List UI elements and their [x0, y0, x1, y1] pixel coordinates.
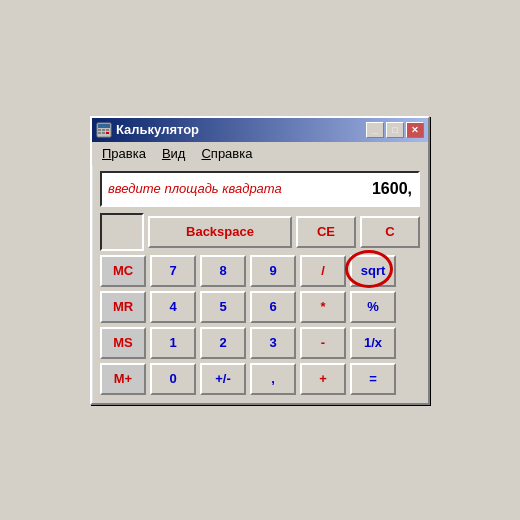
calculator-window: Калькулятор _ □ ✕ Правка Вид Справка вве… — [90, 116, 430, 405]
ms-button[interactable]: MS — [100, 327, 146, 359]
divide-button[interactable]: / — [300, 255, 346, 287]
four-button[interactable]: 4 — [150, 291, 196, 323]
menu-item-vid[interactable]: Вид — [156, 144, 192, 163]
three-button[interactable]: 3 — [250, 327, 296, 359]
window-title: Калькулятор — [116, 122, 199, 137]
multiply-button[interactable]: * — [300, 291, 346, 323]
plus-button[interactable]: + — [300, 363, 346, 395]
button-row-4: M+ 0 +/- , + = — [100, 363, 420, 395]
mplus-button[interactable]: M+ — [100, 363, 146, 395]
seven-button[interactable]: 7 — [150, 255, 196, 287]
button-row-2: MR 4 5 6 * % — [100, 291, 420, 323]
c-button[interactable]: C — [360, 216, 420, 248]
button-row-1: MC 7 8 9 / sqrt — [100, 255, 420, 287]
title-controls: _ □ ✕ — [366, 122, 424, 138]
dot-button[interactable]: , — [250, 363, 296, 395]
plusminus-button[interactable]: +/- — [200, 363, 246, 395]
title-bar-left: Калькулятор — [96, 122, 199, 138]
button-row-3: MS 1 2 3 - 1/x — [100, 327, 420, 359]
two-button[interactable]: 2 — [200, 327, 246, 359]
svg-rect-4 — [106, 129, 109, 131]
calc-icon — [96, 122, 112, 138]
svg-rect-6 — [102, 132, 105, 134]
mr-button[interactable]: MR — [100, 291, 146, 323]
six-button[interactable]: 6 — [250, 291, 296, 323]
maximize-button[interactable]: □ — [386, 122, 404, 138]
svg-rect-7 — [106, 132, 109, 134]
title-bar: Калькулятор _ □ ✕ — [92, 118, 428, 142]
reciprocal-button[interactable]: 1/x — [350, 327, 396, 359]
menu-bar: Правка Вид Справка — [92, 142, 428, 165]
menu-item-spravka[interactable]: Справка — [195, 144, 258, 163]
percent-button[interactable]: % — [350, 291, 396, 323]
display-value: 1600, — [372, 180, 412, 198]
backspace-button[interactable]: Backspace — [148, 216, 292, 248]
five-button[interactable]: 5 — [200, 291, 246, 323]
equals-button[interactable]: = — [350, 363, 396, 395]
svg-rect-5 — [98, 132, 101, 134]
zero-button[interactable]: 0 — [150, 363, 196, 395]
memory-display — [100, 213, 144, 251]
svg-rect-1 — [98, 124, 110, 128]
calc-body: введите площадь квадрата 1600, Backspace… — [92, 165, 428, 403]
buttons-area: Backspace CE C MC 7 8 9 / sqrt MR 4 5 — [100, 213, 420, 395]
close-button[interactable]: ✕ — [406, 122, 424, 138]
display-area: введите площадь квадрата 1600, — [100, 171, 420, 207]
one-button[interactable]: 1 — [150, 327, 196, 359]
svg-rect-2 — [98, 129, 101, 131]
sqrt-container: sqrt — [350, 255, 396, 287]
nine-button[interactable]: 9 — [250, 255, 296, 287]
mc-button[interactable]: MC — [100, 255, 146, 287]
ce-button[interactable]: CE — [296, 216, 356, 248]
sqrt-button[interactable]: sqrt — [350, 255, 396, 287]
menu-item-pravka[interactable]: Правка — [96, 144, 152, 163]
eight-button[interactable]: 8 — [200, 255, 246, 287]
svg-rect-3 — [102, 129, 105, 131]
button-row-0: Backspace CE C — [100, 213, 420, 251]
minimize-button[interactable]: _ — [366, 122, 384, 138]
display-hint: введите площадь квадрата — [108, 181, 282, 196]
minus-button[interactable]: - — [300, 327, 346, 359]
